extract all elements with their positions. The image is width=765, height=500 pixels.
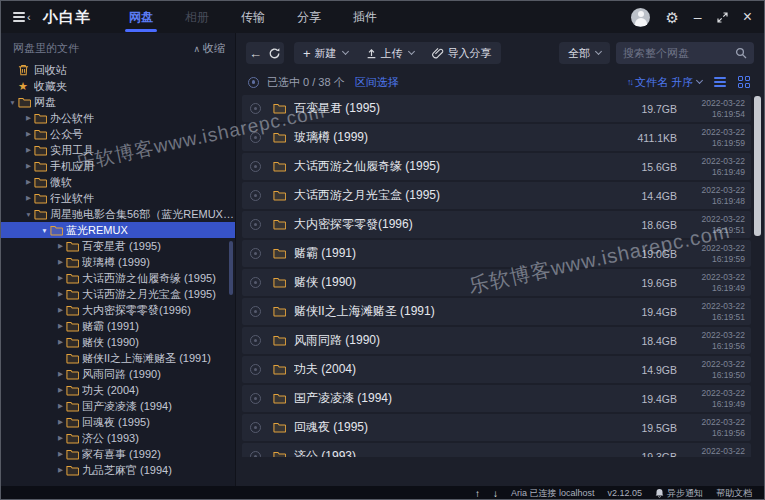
expand-arrow-right-icon[interactable]: ▶ — [55, 466, 66, 474]
help-docs-button[interactable]: 帮助文档 — [716, 487, 752, 500]
row-select-radio[interactable] — [250, 103, 261, 114]
tree-item[interactable]: ▶风雨同路 (1990) — [1, 366, 235, 382]
expand-arrow-right-icon[interactable]: ▶ — [55, 434, 66, 442]
search-icon[interactable] — [735, 47, 747, 59]
tree-item[interactable]: ▼蓝光REMUX — [1, 222, 235, 238]
file-row[interactable]: 风雨同路 (1990)18.4GB2022-03-2216:19:56 — [242, 327, 751, 354]
tree-item[interactable]: ▶大内密探零零發(1996) — [1, 302, 235, 318]
file-row[interactable]: 回魂夜 (1995)19.5GB2022-03-2216:19:56 — [242, 414, 751, 441]
select-all-radio[interactable] — [248, 77, 259, 88]
titlebar-tab-4[interactable]: 插件 — [337, 1, 393, 33]
refresh-button[interactable] — [265, 42, 284, 64]
row-select-radio[interactable] — [250, 364, 261, 375]
tree-item[interactable]: ▶行业软件 — [1, 190, 235, 206]
titlebar-tab-3[interactable]: 分享 — [281, 1, 337, 33]
file-row[interactable]: 大内密探零零發(1996)18.6GB2022-03-2216:19:51 — [242, 211, 751, 238]
row-select-radio[interactable] — [250, 132, 261, 143]
row-select-radio[interactable] — [250, 219, 261, 230]
tree-item[interactable]: ▶回魂夜 (1995) — [1, 414, 235, 430]
file-row[interactable]: 赌侠II之上海滩赌圣 (1991)19.4GB2022-03-2216:19:5… — [242, 298, 751, 325]
tree-item[interactable]: ▼网盘 — [1, 94, 235, 110]
expand-arrow-right-icon[interactable]: ▶ — [55, 306, 66, 314]
expand-arrow-down-icon[interactable]: ▼ — [39, 227, 50, 234]
tree-item[interactable]: ▶九品芝麻官 (1994) — [1, 462, 235, 478]
file-row[interactable]: 赌侠 (1990)19.6GB2022-03-2216:19:49 — [242, 269, 751, 296]
sidebar-toggle-icon[interactable]: ‹ — [13, 12, 31, 23]
expand-arrow-down-icon[interactable]: ▼ — [23, 211, 34, 218]
expand-arrow-right-icon[interactable]: ▶ — [23, 194, 34, 202]
expand-arrow-down-icon[interactable]: ▼ — [7, 99, 18, 106]
tree-item[interactable]: ▶济公 (1993) — [1, 430, 235, 446]
expand-arrow-right-icon[interactable]: ▶ — [55, 386, 66, 394]
settings-gear-icon[interactable]: ⚙ — [665, 10, 678, 25]
expand-arrow-right-icon[interactable]: ▶ — [55, 418, 66, 426]
row-select-radio[interactable] — [250, 306, 261, 317]
expand-arrow-right-icon[interactable]: ▶ — [23, 162, 34, 170]
file-row[interactable]: 玻璃樽 (1999)411.1KB2022-03-2216:19:59 — [242, 124, 751, 151]
tree-item[interactable]: 回收站 — [1, 62, 235, 78]
tree-item[interactable]: ▶实用工具 — [1, 142, 235, 158]
minimize-button[interactable]: – — [694, 10, 702, 24]
user-avatar[interactable] — [631, 8, 650, 27]
tree-item[interactable]: 赌侠II之上海滩赌圣 (1991) — [1, 350, 235, 366]
import-share-button[interactable]: 导入分享 — [423, 42, 501, 64]
expand-arrow-right-icon[interactable]: ▶ — [55, 258, 66, 266]
new-button[interactable]: + 新建 — [294, 42, 357, 64]
sidebar-scrollbar[interactable] — [229, 241, 233, 295]
async-notify-button[interactable]: 异步通知 — [655, 487, 703, 500]
expand-arrow-right-icon[interactable]: ▶ — [23, 114, 34, 122]
tree-item[interactable]: ▶办公软件 — [1, 110, 235, 126]
expand-arrow-right-icon[interactable]: ▶ — [55, 450, 66, 458]
tree-item[interactable]: ▶功夫 (2004) — [1, 382, 235, 398]
row-select-radio[interactable] — [250, 393, 261, 404]
titlebar-tab-0[interactable]: 网盘 — [113, 1, 169, 33]
tree-item[interactable]: ▶国产凌凌漆 (1994) — [1, 398, 235, 414]
expand-arrow-right-icon[interactable]: ▶ — [23, 178, 34, 186]
expand-arrow-right-icon[interactable]: ▶ — [55, 274, 66, 282]
file-row[interactable]: 大话西游之月光宝盒 (1995)14.4GB2022-03-2216:19:48 — [242, 182, 751, 209]
tree-item[interactable]: ▶公众号 — [1, 126, 235, 142]
file-row[interactable]: 功夫 (2004)14.9GB2022-03-2216:19:50 — [242, 356, 751, 383]
tree-item[interactable]: ▶百变星君 (1995) — [1, 238, 235, 254]
tree-item[interactable]: ▶大话西游之仙履奇缘 (1995) — [1, 270, 235, 286]
file-row[interactable]: 大话西游之仙履奇缘 (1995)15.6GB2022-03-2216:19:49 — [242, 153, 751, 180]
collapse-tree-button[interactable]: ∧ 收缩 — [193, 41, 225, 56]
file-row[interactable]: 济公 (1993)19.3GB2022-03-2216:19:57 — [242, 443, 751, 457]
tree-item[interactable]: ▶微软 — [1, 174, 235, 190]
expand-arrow-right-icon[interactable]: ▶ — [55, 322, 66, 330]
expand-arrow-right-icon[interactable]: ▶ — [55, 370, 66, 378]
row-select-radio[interactable] — [250, 161, 261, 172]
list-view-icon[interactable] — [714, 77, 726, 87]
upload-speed-icon[interactable]: ↑ — [475, 488, 480, 499]
scope-dropdown[interactable]: 全部 — [559, 42, 610, 64]
tree-item[interactable]: ▶赌霸 (1991) — [1, 318, 235, 334]
expand-arrow-right-icon[interactable]: ▶ — [55, 338, 66, 346]
upload-button[interactable]: 上传 — [357, 42, 423, 64]
list-scrollbar[interactable] — [754, 96, 761, 236]
row-select-radio[interactable] — [250, 277, 261, 288]
tree-item[interactable]: ▼周星驰电影合集56部（蓝光REMUX版）796G — [1, 206, 235, 222]
row-select-radio[interactable] — [250, 190, 261, 201]
tree-item[interactable]: ▶大话西游之月光宝盒 (1995) — [1, 286, 235, 302]
tree-item[interactable]: ▶赌侠 (1990) — [1, 334, 235, 350]
expand-arrow-right-icon[interactable]: ▶ — [55, 402, 66, 410]
row-select-radio[interactable] — [250, 335, 261, 346]
file-row[interactable]: 赌霸 (1991)19.0GB2022-03-2216:19:59 — [242, 240, 751, 267]
tree-item[interactable]: ▶手机应用 — [1, 158, 235, 174]
search-input[interactable] — [623, 47, 735, 59]
maximize-button[interactable] — [717, 12, 728, 23]
expand-arrow-right-icon[interactable]: ▶ — [55, 242, 66, 250]
row-select-radio[interactable] — [250, 451, 261, 457]
row-select-radio[interactable] — [250, 422, 261, 433]
tree-item[interactable]: ★收藏夹 — [1, 78, 235, 94]
row-select-radio[interactable] — [250, 248, 261, 259]
tree-item[interactable]: ▶玻璃樽 (1999) — [1, 254, 235, 270]
expand-arrow-right-icon[interactable]: ▶ — [23, 146, 34, 154]
grid-view-icon[interactable] — [738, 76, 750, 88]
file-row[interactable]: 国产凌凌漆 (1994)19.4GB2022-03-2216:19:49 — [242, 385, 751, 412]
titlebar-tab-1[interactable]: 相册 — [169, 1, 225, 33]
expand-arrow-right-icon[interactable]: ▶ — [55, 290, 66, 298]
range-select-link[interactable]: 区间选择 — [355, 75, 399, 90]
expand-arrow-right-icon[interactable]: ▶ — [23, 130, 34, 138]
sort-control[interactable]: ↑↓ 文件名 升序 — [627, 75, 702, 90]
